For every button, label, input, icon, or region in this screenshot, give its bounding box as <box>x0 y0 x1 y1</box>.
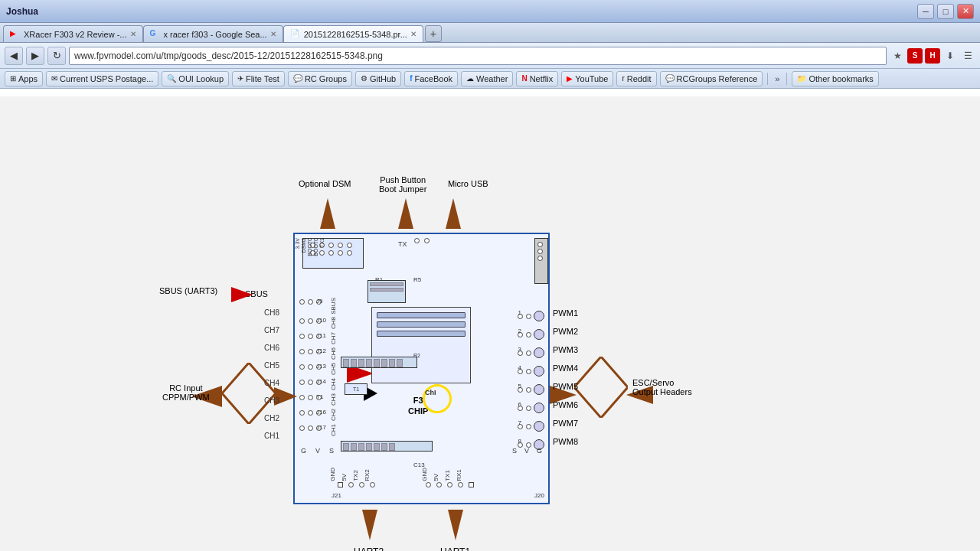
extension-icon-1[interactable]: S <box>907 48 923 64</box>
uart1-label: UART1 <box>440 546 470 551</box>
svg-marker-1 <box>398 198 413 229</box>
bookmark-other[interactable]: 📁 Other bookmarks <box>792 71 878 86</box>
close-button[interactable]: ✕ <box>957 4 974 19</box>
bookmark-reddit[interactable]: r Reddit <box>616 71 656 86</box>
titlebar-title: Joshua <box>6 6 38 17</box>
rc-input-label: RC InputCPPM/PWM <box>162 383 210 402</box>
j21-connectors <box>337 482 376 487</box>
tab3-close[interactable]: ✕ <box>410 30 416 38</box>
diagram-area: Optional DSM Push ButtonBoot Jumper Micr… <box>145 96 835 525</box>
tab2-label: x racer f303 - Google Sea... <box>164 30 267 39</box>
bookmark-youtube-label: YouTube <box>575 74 608 83</box>
pin-label-dsm2: DSM2 <box>301 238 306 253</box>
ch8-ext-label: CH8 <box>264 308 279 317</box>
titlebar-controls[interactable]: ─ □ ✕ <box>917 4 974 19</box>
j21-label: J21 <box>332 492 341 499</box>
extension-icon-4[interactable]: ☰ <box>960 48 975 64</box>
pwm6-label: PWM6 <box>553 400 578 409</box>
pwm2-number: 2 <box>518 328 521 334</box>
ch1-label: CH1 <box>330 424 337 436</box>
pin-label-3v3: 3.3V <box>295 238 300 249</box>
esc-servo-label: ESC/ServoOutput Headers <box>632 378 692 396</box>
back-button[interactable]: ◀ <box>5 47 23 65</box>
tab2-close[interactable]: ✕ <box>270 30 276 38</box>
pwm2-label: PWM2 <box>553 327 578 336</box>
bookmark-other-label: Other bookmarks <box>808 74 873 83</box>
ch2-ext-label: CH2 <box>264 414 279 422</box>
bookmark-netflix[interactable]: N Netflix <box>516 71 558 86</box>
pwm4-label: PWM4 <box>553 364 578 373</box>
bookmark-reddit-label: Reddit <box>627 74 652 83</box>
bookmark-oui[interactable]: 🔍 OUI Lookup <box>162 71 229 86</box>
sbus-uart3-label: SBUS (UART3) <box>159 286 217 295</box>
page-background: Optional DSM Push ButtonBoot Jumper Micr… <box>0 96 980 551</box>
url-text: www.fpvmodel.com/u/tmp/goods_desc/2015-1… <box>74 51 383 61</box>
rcref-favicon: 💬 <box>665 74 675 83</box>
facebook-favicon: f <box>410 74 412 83</box>
pwm8-label: PWM8 <box>553 437 578 446</box>
sbus-red-arrow <box>231 284 253 308</box>
j13-label: J13 <box>316 363 326 370</box>
bookmark-rcref[interactable]: 💬 RCGroups Reference <box>660 71 763 86</box>
page-content: Optional DSM Push ButtonBoot Jumper Micr… <box>0 89 980 551</box>
ch3-label: CH3 <box>330 393 337 406</box>
ch6-ext-label: CH6 <box>264 344 279 352</box>
bookmark-weather[interactable]: ☁ Weather <box>461 71 513 86</box>
extension-icon-3[interactable]: ⬇ <box>942 48 958 64</box>
url-input[interactable]: www.fpvmodel.com/u/tmp/goods_desc/2015-1… <box>69 47 887 65</box>
bookmark-netflix-label: Netflix <box>530 74 554 83</box>
j16-label: J16 <box>316 409 326 416</box>
uart1-arrow <box>448 510 463 543</box>
forward-button[interactable]: ▶ <box>26 47 44 65</box>
j20-connectors <box>425 482 475 487</box>
pwm3-number: 3 <box>518 346 521 353</box>
tab-image[interactable]: 📄 20151228162515-5348.pr... ✕ <box>283 25 423 42</box>
new-tab-button[interactable]: + <box>425 25 442 42</box>
bookmark-github[interactable]: ⚙ GitHub <box>355 71 401 86</box>
rcgroups-favicon: 💬 <box>293 74 302 83</box>
flite-favicon: ✈ <box>237 74 243 83</box>
oui-favicon: 🔍 <box>167 74 176 83</box>
github-favicon: ⚙ <box>361 74 368 83</box>
extension-icon-2[interactable]: H <box>925 48 940 64</box>
bookmark-youtube[interactable]: ▶ YouTube <box>561 71 613 86</box>
tab1-favicon: ▶ <box>10 29 21 40</box>
ch4-label: CH4 <box>330 378 337 390</box>
star-icon[interactable]: ★ <box>890 48 905 64</box>
optional-dsm-label: Optional DSM <box>299 179 351 188</box>
ch6-label: CH6 <box>330 347 337 360</box>
pwm1-number: 1 <box>518 309 521 316</box>
tab-bar: ▶ XRacer F303 v2 Review -... ✕ G x racer… <box>0 23 980 43</box>
address-bar-icons: ★ S H ⬇ ☰ <box>890 48 975 64</box>
apps-favicon: ⊞ <box>10 74 16 83</box>
bookmark-weather-label: Weather <box>476 74 508 83</box>
more-bookmarks[interactable]: » <box>773 74 782 83</box>
ch2-label: CH2 <box>330 409 337 421</box>
bookmark-flite[interactable]: ✈ Flite Test <box>232 71 285 86</box>
pwm4-number: 4 <box>518 364 521 371</box>
bookmark-apps[interactable]: ⊞ Apps <box>5 71 43 86</box>
ch5-ext-label: CH5 <box>264 361 279 370</box>
tab1-close[interactable]: ✕ <box>130 30 136 38</box>
pwm8-number: 8 <box>518 438 521 445</box>
ch4-ext-label: CH4 <box>264 379 279 387</box>
j10-label: J10 <box>316 317 326 324</box>
top-right-connectors <box>413 238 430 243</box>
bookmark-usps[interactable]: ✉ Current USPS Postage... <box>46 71 158 86</box>
minimize-button[interactable]: ─ <box>917 4 934 19</box>
svg-labels-right: SVG <box>512 447 542 455</box>
pwm7-number: 7 <box>518 419 521 426</box>
tab-google[interactable]: G x racer f303 - Google Sea... ✕ <box>143 25 283 42</box>
pin-label-boot0-2: BOOT0 <box>313 238 318 256</box>
reddit-favicon: r <box>622 74 624 83</box>
title-bar: Joshua ─ □ ✕ <box>0 0 980 23</box>
tab-xracer[interactable]: ▶ XRacer F303 v2 Review -... ✕ <box>3 25 143 42</box>
bookmark-separator <box>767 73 768 85</box>
bookmark-rcgroups[interactable]: 💬 RC Groups <box>288 71 352 86</box>
ch5-label: CH5 <box>330 363 337 375</box>
netflix-favicon: N <box>521 74 527 83</box>
bookmark-facebook[interactable]: f FaceBook <box>404 71 458 86</box>
maximize-button[interactable]: □ <box>937 4 954 19</box>
refresh-button[interactable]: ↻ <box>47 47 66 65</box>
ch3-ext-label: CH3 <box>264 396 279 405</box>
